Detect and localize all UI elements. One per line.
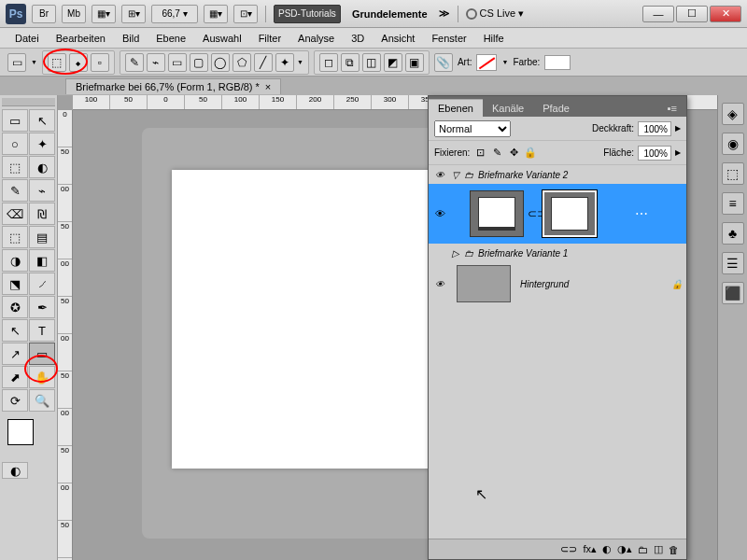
freeform-icon[interactable]: ⌁ [147, 53, 165, 72]
visibility-icon[interactable]: 👁 [432, 170, 447, 180]
collapse-icon[interactable]: ▽ [452, 170, 459, 180]
dock-icon-1[interactable]: ◉ [722, 133, 744, 155]
grid-button[interactable]: ▦▾ [204, 5, 228, 23]
tool-15[interactable]: ⟋ [29, 273, 55, 295]
menu-auswahl[interactable]: Auswahl [195, 30, 249, 47]
visibility-icon[interactable]: 👁 [432, 208, 447, 219]
menu-filter[interactable]: Filter [251, 30, 289, 47]
psd-tutorials-button[interactable]: PSD-Tutorials [274, 5, 341, 23]
fg-color-swatch[interactable] [7, 419, 34, 445]
ellipse-icon[interactable]: ◯ [211, 53, 230, 72]
shape-layer-mode[interactable]: ⬚ [48, 53, 66, 72]
tool-8[interactable]: ⌫ [2, 203, 28, 225]
layer-row[interactable]: 👁 ⊂⊃ ⋯ [429, 184, 686, 244]
tool-24[interactable]: ⟳ [2, 389, 28, 412]
adjustment-icon[interactable]: ◑▴ [617, 543, 632, 555]
combine-new-icon[interactable]: ◻ [319, 53, 338, 72]
dropdown-icon[interactable]: ▼ [31, 59, 37, 65]
roundrect-icon[interactable]: ▢ [190, 53, 208, 72]
tool-25[interactable]: 🔍 [29, 389, 55, 412]
tool-4[interactable]: ⬚ [2, 156, 28, 178]
tool-9[interactable]: ₪ [29, 203, 55, 225]
color-swatch[interactable] [544, 55, 571, 70]
window-maximize[interactable]: ☐ [676, 6, 708, 22]
pen-icon[interactable]: ✎ [125, 53, 144, 72]
menu-bearbeiten[interactable]: Bearbeiten [49, 30, 113, 47]
menu-bild[interactable]: Bild [115, 30, 147, 47]
tool-16[interactable]: ✪ [2, 296, 28, 318]
tool-12[interactable]: ◑ [2, 249, 28, 272]
menu-fenster[interactable]: Fenster [424, 30, 473, 47]
lock-transparent-icon[interactable]: ⊡ [473, 147, 486, 160]
stroke-style-swatch[interactable] [476, 54, 497, 71]
bridge-button[interactable]: Br [32, 5, 56, 23]
line-icon[interactable]: ╱ [254, 53, 273, 72]
tab-pfade[interactable]: Pfade [533, 100, 579, 117]
tool-3[interactable]: ✦ [29, 133, 55, 155]
tool-1[interactable]: ↖ [29, 109, 55, 132]
rect-icon[interactable]: ▭ [168, 53, 187, 72]
layer-group[interactable]: 👁 ▷ 🗀 Briefmarke Variante 1 [429, 244, 686, 262]
layer-thumbnail[interactable] [470, 190, 524, 237]
dock-icon-3[interactable]: ≡ [722, 192, 744, 215]
tool-22[interactable]: ⬈ [2, 366, 28, 388]
tool-18[interactable]: ↖ [2, 319, 28, 342]
cslive-button[interactable]: CS Live ▾ [466, 7, 525, 20]
layer-group[interactable]: 👁 ▽ 🗀 Briefmarke Variante 2 [429, 165, 686, 184]
artboard[interactable] [172, 170, 452, 469]
tool-0[interactable]: ▭ [2, 109, 28, 132]
combine-subtract-icon[interactable]: ◫ [362, 53, 381, 72]
lock-all-icon[interactable]: 🔒 [524, 147, 537, 160]
tool-6[interactable]: ✎ [2, 179, 28, 202]
link-layers-icon[interactable]: ⊂⊃ [560, 543, 577, 555]
dock-icon-0[interactable]: ◈ [722, 103, 744, 125]
quickmask-icon[interactable]: ◐ [2, 462, 28, 479]
tool-13[interactable]: ◧ [29, 249, 55, 272]
tool-2[interactable]: ○ [2, 133, 28, 155]
combine-exclude-icon[interactable]: ▣ [405, 53, 424, 72]
polygon-icon[interactable]: ⬠ [233, 53, 251, 72]
mask-icon[interactable]: ◐ [602, 543, 612, 555]
tab-ebenen[interactable]: Ebenen [429, 99, 483, 117]
opacity-value[interactable]: 100% [638, 121, 671, 136]
tool-19[interactable]: T [29, 319, 55, 342]
layer-row[interactable]: 👁 Hintergrund 🔒 [429, 262, 686, 305]
tool-10[interactable]: ⬚ [2, 226, 28, 248]
menu-hilfe[interactable]: Hilfe [476, 30, 512, 47]
window-close[interactable]: ✕ [710, 6, 741, 22]
combine-add-icon[interactable]: ⧉ [341, 53, 359, 72]
layer-group-name[interactable]: Briefmarke Variante 2 [478, 170, 568, 180]
path-mode[interactable]: ⬥ [69, 53, 88, 72]
tool-11[interactable]: ▤ [29, 226, 55, 248]
menu-analyse[interactable]: Analyse [290, 30, 342, 47]
menu-ebene[interactable]: Ebene [148, 30, 193, 47]
trash-icon[interactable]: 🗑 [669, 544, 679, 555]
link-icon[interactable]: ⊂⊃ [528, 207, 539, 220]
filmstrip-button[interactable]: ▦▾ [92, 5, 116, 23]
blend-mode-select[interactable]: Normal [434, 120, 511, 137]
dock-icon-2[interactable]: ⬚ [722, 162, 744, 185]
dock-icon-6[interactable]: ⬛ [722, 282, 744, 304]
window-minimize[interactable]: — [642, 6, 674, 22]
lock-move-icon[interactable]: ✥ [507, 147, 520, 160]
expand-icon[interactable]: ▷ [452, 248, 459, 259]
new-layer-icon[interactable]: ◫ [654, 543, 663, 555]
more-workspaces[interactable]: ≫ [439, 7, 450, 20]
zoom-preset[interactable]: 66,7 ▾ [151, 5, 198, 23]
tool-14[interactable]: ⬔ [2, 273, 28, 295]
fill-mode[interactable]: ▫ [91, 53, 109, 72]
combine-intersect-icon[interactable]: ◩ [384, 53, 402, 72]
dock-icon-4[interactable]: ♣ [722, 222, 744, 245]
dock-icon-5[interactable]: ☰ [722, 252, 744, 274]
layer-thumbnail[interactable] [457, 265, 511, 302]
layer-name[interactable]: Hintergrund [520, 279, 569, 289]
fx-icon[interactable]: fx▴ [583, 543, 597, 555]
vector-mask-thumbnail[interactable] [543, 190, 597, 237]
view-button[interactable]: ⊞▾ [121, 5, 146, 23]
attachment-icon[interactable]: 📎 [434, 53, 453, 72]
group-icon[interactable]: 🗀 [638, 544, 648, 555]
tool-21[interactable]: ▭ [29, 343, 55, 365]
toolbox-grip[interactable] [2, 98, 55, 106]
shape-tool-icon[interactable]: ▭ [7, 53, 26, 72]
menu-3d[interactable]: 3D [344, 30, 372, 47]
